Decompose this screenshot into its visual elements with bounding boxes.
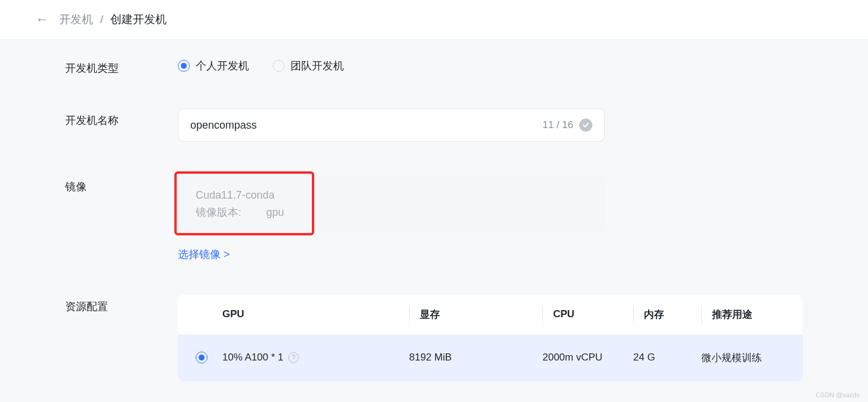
help-icon[interactable]: ? bbox=[288, 352, 299, 363]
check-icon bbox=[579, 119, 592, 132]
table-row[interactable]: 10% A100 * 1 ? 8192 MiB 2000m vCPU 24 G … bbox=[178, 334, 803, 381]
breadcrumb: 开发机 / 创建开发机 bbox=[59, 12, 167, 27]
breadcrumb-current: 创建开发机 bbox=[110, 12, 167, 27]
breadcrumb-sep: / bbox=[100, 13, 103, 26]
image-name: Cuda11.7-conda bbox=[196, 187, 587, 204]
back-arrow-icon[interactable]: ← bbox=[36, 12, 49, 27]
table-header-row: GPU 显存 CPU 内存 推荐用途 bbox=[178, 295, 803, 334]
header-gpu: GPU bbox=[222, 295, 409, 334]
header-vram: 显存 bbox=[420, 309, 440, 320]
radio-team-dev[interactable]: 团队开发机 bbox=[273, 59, 344, 73]
header-usage: 推荐用途 bbox=[712, 309, 752, 320]
image-display-box: Cuda11.7-conda 镜像版本: gpu bbox=[178, 175, 605, 233]
radio-unchecked-icon bbox=[273, 60, 285, 72]
image-version-label: 镜像版本: bbox=[196, 204, 241, 221]
dev-name-input-wrap[interactable]: 11 / 16 bbox=[178, 109, 605, 142]
header-ram: 内存 bbox=[644, 309, 664, 320]
row-radio-checked-icon[interactable] bbox=[196, 352, 208, 363]
radio-personal-label: 个人开发机 bbox=[196, 59, 249, 73]
label-image: 镜像 bbox=[65, 175, 178, 194]
header-cpu: CPU bbox=[553, 308, 575, 320]
label-resource: 资源配置 bbox=[65, 295, 178, 314]
cell-vram: 8192 MiB bbox=[409, 334, 542, 381]
cell-gpu: 10% A100 * 1 bbox=[222, 352, 283, 363]
dev-type-radio-group: 个人开发机 团队开发机 bbox=[178, 56, 605, 73]
label-dev-name: 开发机名称 bbox=[65, 109, 178, 127]
cell-cpu: 2000m vCPU bbox=[542, 334, 633, 381]
image-version-value: gpu bbox=[266, 204, 284, 221]
cell-usage: 微小规模训练 bbox=[701, 334, 803, 381]
radio-personal-dev[interactable]: 个人开发机 bbox=[178, 59, 249, 73]
char-counter: 11 / 16 bbox=[542, 119, 573, 131]
dev-name-input[interactable] bbox=[190, 119, 542, 132]
breadcrumb-parent[interactable]: 开发机 bbox=[59, 12, 93, 27]
cell-ram: 24 G bbox=[633, 334, 701, 381]
radio-checked-icon bbox=[178, 60, 190, 72]
radio-team-label: 团队开发机 bbox=[291, 59, 344, 73]
resource-table: GPU 显存 CPU 内存 推荐用途 10% A100 bbox=[178, 295, 803, 381]
label-dev-type: 开发机类型 bbox=[65, 56, 178, 75]
watermark: CSDN @xazds bbox=[816, 391, 860, 398]
select-image-link[interactable]: 选择镜像 > bbox=[178, 247, 230, 261]
breadcrumb-bar: ← 开发机 / 创建开发机 bbox=[0, 0, 868, 40]
